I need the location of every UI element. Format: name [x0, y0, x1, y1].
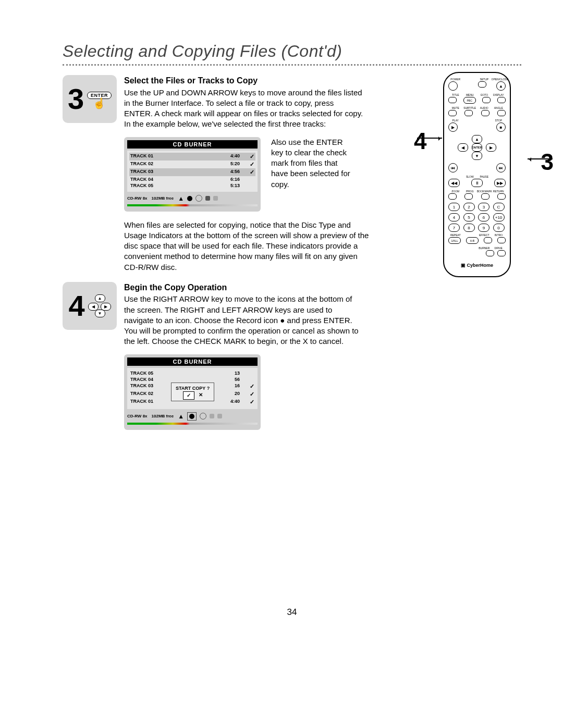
usage-indicator — [127, 204, 258, 206]
table-row: TRACK 046:16 — [129, 176, 255, 182]
disc-type-2: CD-RW 8x — [127, 414, 148, 418]
disc-icon — [200, 413, 206, 419]
num-button: 1 — [448, 203, 460, 211]
arrow-to-enter — [528, 158, 553, 159]
dialog-ok-icon: ✓ — [183, 391, 194, 400]
dialog-text: START COPY ? — [176, 385, 210, 392]
dpad-icon: ▲▼ ◀▶ — [88, 294, 111, 317]
status-bar-1: CD-RW 8x 102MB free ▲ — [127, 192, 258, 202]
callout-4: 4 — [414, 128, 426, 154]
num-button: 9 — [478, 224, 489, 232]
num-button: 6 — [478, 213, 489, 221]
dpad-right-icon: ▶ — [486, 143, 496, 152]
page-title: Selecting and Copying Files (Cont'd) — [63, 42, 521, 61]
num-button: 4 — [448, 213, 460, 221]
num-button: 0 — [493, 224, 505, 232]
eject-icon: ▲ — [178, 195, 184, 202]
disc-free-2: 102MB free — [152, 414, 174, 418]
cd-burner-header-2: CD BURNER — [127, 357, 258, 366]
dpad-down-icon: ▼ — [472, 152, 482, 160]
remote-diagram: 4 3 POWERSETUPOPEN/CLOSE ▲ TITLEMENUGOTO… — [443, 72, 527, 277]
icon-faded — [210, 414, 214, 418]
disc-type: CD-RW 8x — [127, 196, 148, 201]
dpad-left-icon: ◀ — [458, 143, 468, 152]
step4-number: 4 — [68, 291, 84, 320]
step4-text: Use the RIGHT ARROW key to move to the i… — [124, 294, 364, 347]
status-bar-2: CD-RW 8x 102MB free ▲ — [127, 409, 258, 421]
dialog-cancel-icon: ✕ — [199, 391, 203, 400]
num-button: 5 — [463, 213, 475, 221]
num-button: 2 — [463, 203, 475, 211]
num-button: C — [493, 203, 505, 211]
title-divider — [63, 64, 521, 66]
step4-row: 4 ▲▼ ◀▶ Begin the Copy Operation Use the… — [63, 282, 521, 347]
track-list-1: TRACK 014:40✓TRACK 025:20✓TRACK 034:56✓T… — [127, 151, 258, 192]
remote-brand-logo: ▣ CyberHome — [448, 263, 506, 268]
table-row: TRACK 014:40✓ — [129, 153, 255, 161]
usage-indicator-2 — [127, 423, 258, 425]
usage-paragraph: When files are selected for copying, not… — [124, 220, 369, 273]
action-icons-2: ▲ — [178, 412, 222, 421]
cd-burner-screen-1: CD BURNER TRACK 014:40✓TRACK 025:20✓TRAC… — [124, 137, 261, 212]
step3-body: Select the Files or Tracks to Copy Use t… — [124, 75, 364, 130]
icon-faded — [217, 414, 222, 418]
table-row: TRACK 055:13 — [129, 182, 255, 189]
enter-clear-note: Also use the ENTER key to clear the chec… — [271, 137, 354, 190]
table-row: TRACK 025:20✓ — [129, 161, 255, 168]
step4-heading: Begin the Copy Operation — [124, 282, 364, 293]
num-button: 7 — [448, 224, 460, 232]
num-button: 8 — [463, 224, 475, 232]
callout-3: 3 — [541, 149, 554, 175]
step4-box: 4 ▲▼ ◀▶ — [63, 282, 117, 330]
step3-box: 3 ENTER ☝ — [63, 75, 117, 123]
stop-icon — [205, 196, 210, 201]
arrow-to-dpad — [417, 138, 442, 139]
step3-heading: Select the Files or Tracks to Copy — [124, 75, 364, 87]
track-list-2: TRACK 0513TRACK 0456TRACK 0316✓TRACK 022… — [127, 368, 258, 409]
cd-burner-header: CD BURNER — [127, 140, 258, 149]
hand-icon: ☝ — [93, 100, 106, 106]
record-icon-selected — [187, 412, 197, 421]
start-copy-dialog: START COPY ? ✓ ✕ — [171, 382, 214, 402]
disc-icon — [195, 195, 202, 202]
table-row: TRACK 034:56✓ — [129, 168, 255, 176]
step4-body: Begin the Copy Operation Use the RIGHT A… — [124, 282, 364, 347]
step3-number: 3 — [68, 84, 84, 114]
record-icon — [187, 196, 192, 201]
disc-free: 102MB free — [152, 196, 174, 201]
remote-numpad: 123C456+107890 — [448, 203, 506, 232]
dpad-enter-button: ENTER — [472, 143, 482, 152]
remote-dpad: ▲ ◀ ENTER ▶ ▼ — [456, 135, 498, 160]
num-button: +10 — [493, 213, 505, 221]
num-button: 3 — [478, 203, 489, 211]
screen2-row: CD BURNER TRACK 0513TRACK 0456TRACK 0316… — [124, 354, 521, 430]
action-icons: ▲ — [178, 195, 218, 202]
dpad-up-icon: ▲ — [472, 135, 482, 143]
page-number: 34 — [63, 607, 521, 618]
table-row: TRACK 0456 — [129, 376, 255, 382]
icon-faded — [213, 196, 218, 201]
table-row: TRACK 0513 — [129, 370, 255, 376]
cd-burner-screen-2: CD BURNER TRACK 0513TRACK 0456TRACK 0316… — [124, 354, 261, 430]
eject-icon: ▲ — [178, 413, 184, 420]
remote-control: POWERSETUPOPEN/CLOSE ▲ TITLEMENUGOTODISP… — [443, 72, 511, 277]
step3-text: Use the UP and DOWN ARROW keys to move a… — [124, 88, 364, 130]
